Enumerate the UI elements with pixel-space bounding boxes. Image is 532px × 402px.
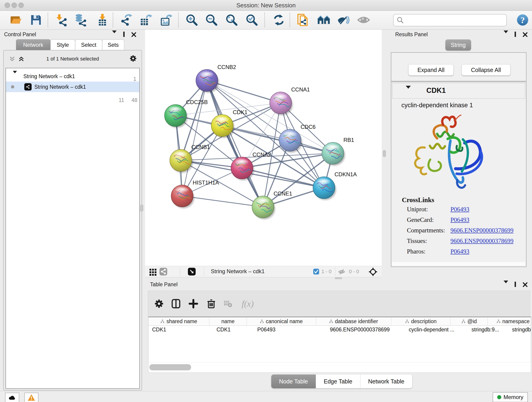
save-session-button[interactable] xyxy=(29,13,43,27)
results-panel-float-icon[interactable] xyxy=(515,32,516,36)
cell-name[interactable]: CDK1 xyxy=(213,326,254,333)
export-image-button[interactable] xyxy=(159,13,173,27)
help-button[interactable]: ? xyxy=(515,13,530,27)
zoom-in-button[interactable] xyxy=(185,13,199,27)
delete-table-icon[interactable] xyxy=(222,298,234,310)
zoom-fit-button[interactable] xyxy=(225,13,239,27)
cell-description[interactable]: cyclin-dependent ... xyxy=(405,326,468,333)
column-header[interactable]: name xyxy=(209,317,247,325)
network-node-CDK1[interactable] xyxy=(211,115,234,138)
table-panel-collapse-icon[interactable] xyxy=(504,283,508,287)
control-panel-close-icon[interactable] xyxy=(131,32,137,38)
network-node-CDKN1A[interactable] xyxy=(313,177,336,200)
tab-node-table[interactable]: Node Table xyxy=(271,375,316,388)
table-panel-close-icon[interactable] xyxy=(522,282,528,288)
tab-style[interactable]: Style xyxy=(51,39,75,50)
tab-network[interactable]: Network xyxy=(16,39,51,50)
crosslink-label: GeneCard: xyxy=(407,216,434,223)
left-splitter-handle[interactable] xyxy=(140,205,143,211)
results-tab-string[interactable]: String xyxy=(445,39,471,51)
table-settings-gear-icon[interactable] xyxy=(153,298,165,310)
network-row-selected[interactable]: String Network – cdk1 11 48 xyxy=(6,82,139,92)
tab-sets[interactable]: Sets xyxy=(102,39,124,50)
import-database-button[interactable] xyxy=(74,13,88,27)
cell-canonical-name[interactable]: P06493 xyxy=(254,326,326,333)
add-column-icon[interactable] xyxy=(187,298,199,310)
toolbar-separator xyxy=(113,13,113,27)
table-panel-float-icon[interactable] xyxy=(515,282,516,287)
string-import-button[interactable] xyxy=(296,13,310,27)
expand-all-button[interactable]: Expand All xyxy=(408,64,454,76)
column-header[interactable]: canonical name xyxy=(247,317,316,325)
show-eye-button[interactable] xyxy=(356,13,371,27)
tab-edge-table[interactable]: Edge Table xyxy=(316,375,360,388)
refresh-button[interactable] xyxy=(272,13,286,27)
search-input[interactable] xyxy=(406,17,506,24)
control-panel-collapse-icon[interactable] xyxy=(112,33,117,37)
tab-network-table[interactable]: Network Table xyxy=(360,375,412,388)
warnings-button[interactable] xyxy=(24,393,38,402)
home-button[interactable] xyxy=(317,13,331,27)
results-panel-close-icon[interactable] xyxy=(522,32,528,38)
network-node-CCNE1[interactable] xyxy=(252,196,275,219)
network-canvas[interactable]: CCNB2CCNA1CDC25BCDK1CDC6RB1CCNB1CCNA2CDK… xyxy=(145,30,382,266)
crosslink-link[interactable]: P06493 xyxy=(450,206,469,213)
column-header[interactable]: description xyxy=(391,317,451,325)
delete-column-trash-icon[interactable] xyxy=(205,298,217,310)
column-header[interactable]: shared name xyxy=(148,317,209,325)
network-badge-icon[interactable] xyxy=(159,268,167,277)
network-collection-row[interactable]: String Network – cdk1 1 xyxy=(6,71,139,82)
crosslink-link[interactable]: 9606.ENSP00000378699 xyxy=(450,227,513,234)
network-options-gear-icon[interactable] xyxy=(129,55,137,63)
cell-namespace[interactable]: stringdb xyxy=(508,326,531,333)
zoom-selected-button[interactable] xyxy=(245,13,259,27)
cell-id[interactable]: stringdb:9... xyxy=(468,326,508,333)
crosslink-link[interactable]: P06493 xyxy=(450,248,469,255)
tab-select[interactable]: Select xyxy=(75,39,102,50)
column-header[interactable]: database identifier xyxy=(316,317,391,325)
network-node-HIST1H1A[interactable] xyxy=(171,185,194,208)
crosslink-link[interactable]: P06493 xyxy=(450,216,469,223)
network-node-CDC25B[interactable] xyxy=(165,104,188,128)
show-columns-icon[interactable] xyxy=(170,298,182,310)
hide-panel-button[interactable] xyxy=(336,13,351,27)
right-splitter-handle[interactable] xyxy=(383,150,386,157)
network-node-CCNA2[interactable] xyxy=(231,157,254,180)
import-network-button[interactable] xyxy=(55,13,69,27)
results-hscrollbar[interactable] xyxy=(392,262,525,266)
grid-view-icon[interactable] xyxy=(149,268,157,277)
birdseye-crosshair-icon[interactable] xyxy=(369,268,377,277)
table-hscrollbar-thumb[interactable] xyxy=(149,364,191,370)
memory-button[interactable]: Memory xyxy=(493,392,528,402)
network-edge-CCNB2-CCNE1[interactable] xyxy=(207,80,263,207)
function-builder-icon[interactable]: f(x) xyxy=(237,298,258,310)
cloud-status-button[interactable] xyxy=(5,393,19,402)
results-panel: Results Panel String Expand All Collapse… xyxy=(389,30,532,279)
collapse-all-button[interactable]: Collapse All xyxy=(462,64,510,76)
network-selection-status: 1 of 1 Network selected xyxy=(4,56,142,62)
import-table-button[interactable] xyxy=(95,13,109,27)
results-panel-collapse-icon[interactable] xyxy=(504,33,508,37)
crosslink-link[interactable]: 9606.ENSP00000378699 xyxy=(450,237,513,245)
collection-caret-icon[interactable] xyxy=(13,73,17,80)
selected-checkbox-icon[interactable] xyxy=(313,268,319,276)
zoom-out-button[interactable] xyxy=(204,13,219,27)
export-network-button[interactable] xyxy=(119,13,133,27)
export-table-button[interactable] xyxy=(139,13,153,27)
column-header[interactable]: @id xyxy=(451,317,488,325)
control-panel-float-icon[interactable] xyxy=(123,32,125,36)
table-row[interactable]: CDK1 CDK1 P06493 9606.ENSP00000378699 cy… xyxy=(148,326,531,333)
cell-shared-name[interactable]: CDK1 xyxy=(148,326,213,333)
table-hscrollbar[interactable] xyxy=(148,362,531,373)
gene-caret-icon[interactable] xyxy=(406,89,411,93)
network-edge-CCNB2-HIST1H1A[interactable] xyxy=(182,80,207,196)
open-in-window-icon[interactable] xyxy=(188,268,196,277)
column-header[interactable]: namespace xyxy=(488,317,531,325)
network-node-RB1[interactable] xyxy=(322,142,345,166)
hidden-eye-slash-icon[interactable] xyxy=(338,268,345,276)
cell-database-identifier[interactable]: 9606.ENSP00000378699 xyxy=(326,326,405,333)
open-session-button[interactable] xyxy=(9,13,23,27)
gene-entry-header[interactable]: CDK1 xyxy=(392,83,525,99)
network-node-CDC6[interactable] xyxy=(279,129,302,153)
network-node-CCNA1[interactable] xyxy=(270,92,293,115)
